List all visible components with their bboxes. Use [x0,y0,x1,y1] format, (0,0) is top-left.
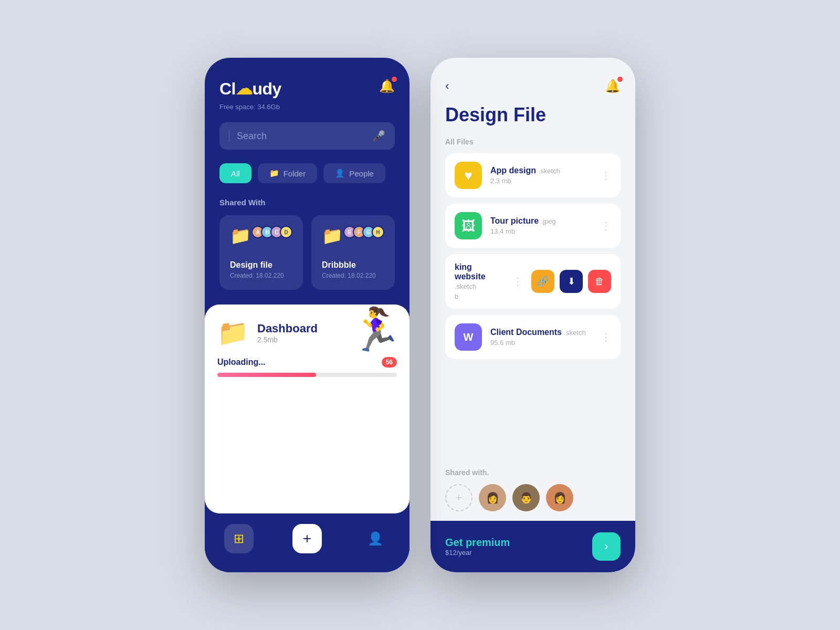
avatar-group-design: A B C D [255,226,292,238]
file-item-app-design[interactable]: ♥ App design .sketch 2.3 mb ⋮ [445,153,621,197]
notification-bell[interactable]: 🔔 [379,79,395,93]
avatar-group-dribbble: E F G H [346,226,384,238]
progress-bar-fill [217,373,316,377]
search-input[interactable] [237,131,372,142]
add-icon: + [303,530,311,547]
shared-card-design[interactable]: 📁 A B C D Design file Created: 18.02.220 [219,215,303,290]
file-more-client-docs[interactable]: ⋮ [601,331,611,343]
logo-o: ☁ [236,79,253,98]
notification-bell-2[interactable]: 🔔 [605,79,621,93]
phone2-top: ‹ 🔔 Design File All Files [430,58,635,153]
nav-home-button[interactable]: ⊞ [224,524,254,553]
shared-section: Shared with. + 👩 👨 👩 [430,468,635,511]
premium-bar: Get premium $12/year › [430,521,635,572]
file-size-client-docs: 95.6 mb [490,339,592,346]
phone-1: Cl☁udy 🔔 Free space: 34.6Gb 🎤 All 📁 Fold… [205,58,410,572]
shared-cards: 📁 A B C D Design file Created: 18.02.220… [219,215,395,290]
nav-add-button[interactable]: + [292,524,322,553]
file-item-booking[interactable]: king website .sketch b ⋮ 🔗 ⬇ 🗑 [445,254,621,309]
upload-name: Dashboard [257,322,318,335]
file-name-booking: king website .sketch [455,262,486,290]
file-size-tour-picture: 13.4 mb [490,227,592,235]
tab-all-label: All [231,169,240,178]
upload-folder-icon: 📁 [217,318,249,348]
nav-profile-button[interactable]: 👤 [361,524,390,553]
file-item-tour-picture[interactable]: 🖼 Tour picture .jpeg 13.4 mb ⋮ [445,204,621,248]
shared-with-title: Shared With [219,198,395,207]
search-bar[interactable]: 🎤 [219,122,395,150]
folder-icon-dribbble: 📁 [322,226,343,246]
phone-2: ‹ 🔔 Design File All Files ♥ App design .… [430,58,635,572]
upload-info: Dashboard 2.5mb [257,322,318,344]
folder-icon: 📁 [269,169,279,178]
shared-avatar-1[interactable]: 👩 [479,484,506,511]
home-grid-icon: ⊞ [234,531,244,546]
uploading-text: Uploading... [217,358,266,367]
action-delete-button[interactable]: 🗑 [588,270,611,293]
file-ext-booking: .sketch [455,282,476,290]
file-info-tour-picture: Tour picture .jpeg 13.4 mb [490,216,592,235]
tab-people-label: People [349,169,374,178]
shared-with-label: Shared with. [445,468,621,477]
people-icon: 👤 [335,169,345,178]
premium-text: Get premium $12/year [445,537,510,556]
file-size-booking: b [455,292,504,300]
shared-card-dribbble[interactable]: 📁 E F G H Dribbble Created: 18.02.220 [311,215,395,290]
card-date-dribbble: Created: 18.02.220 [322,272,384,279]
file-ext-app-design: .sketch [539,167,560,175]
shared-avatar-2[interactable]: 👨 [512,484,540,511]
file-icon-app-design: ♥ [455,162,482,189]
search-divider [229,130,229,142]
all-files-label: All Files [445,138,621,146]
profile-icon: 👤 [368,531,383,546]
upload-size: 2.5mb [257,335,318,344]
file-actions-booking: 🔗 ⬇ 🗑 [531,270,611,293]
bottom-nav: ⊞ + 👤 [205,513,410,572]
action-download-button[interactable]: ⬇ [560,270,583,293]
upload-card: 📁 Dashboard 2.5mb 🏃‍♀️ Uploading... 56 [205,304,410,513]
tab-folder-label: Folder [284,169,306,178]
card-name-dribbble: Dribbble [322,260,384,270]
premium-price: $12/year [445,549,510,556]
file-item-client-docs[interactable]: W Client Documents .sketch 95.6 mb ⋮ [445,315,621,359]
filter-tabs: All 📁 Folder 👤 People [219,163,395,183]
add-person-button[interactable]: + [445,484,472,511]
tab-people[interactable]: 👤 People [323,163,385,183]
card-date-design: Created: 18.02.220 [230,272,292,279]
avatar-d4: H [372,226,384,238]
notification-dot-2 [617,77,623,82]
file-icon-tour-picture: 🖼 [455,212,482,239]
upload-status-row: Uploading... 56 [217,357,397,368]
file-list: ♥ App design .sketch 2.3 mb ⋮ 🖼 Tour pic… [430,153,635,458]
tab-all[interactable]: All [219,163,251,183]
back-button[interactable]: ‹ [445,79,449,93]
folder-icon-design: 📁 [230,226,251,246]
file-name-app-design: App design .sketch [490,166,560,175]
file-more-booking[interactable]: ⋮ [512,275,523,288]
file-more-tour-picture[interactable]: ⋮ [601,219,611,232]
upload-badge: 56 [382,357,397,368]
file-ext-tour-picture: .jpeg [541,217,556,225]
action-link-button[interactable]: 🔗 [531,270,554,293]
runner-illustration: 🏃‍♀️ [350,309,402,351]
shared-avatars: + 👩 👨 👩 [445,484,621,511]
get-premium-label: Get premium [445,537,510,549]
card-name-design: Design file [230,260,292,270]
file-more-app-design[interactable]: ⋮ [601,169,611,182]
card-header-dribbble: 📁 E F G H [322,226,384,246]
app-logo: Cl☁udy [219,79,281,99]
premium-arrow-button[interactable]: › [592,532,621,561]
file-ext-client-docs: .sketch [564,329,585,337]
avatar-4: D [280,226,292,238]
file-icon-client-docs: W [455,323,482,351]
phone1-header: Cl☁udy 🔔 [219,79,395,99]
microphone-icon[interactable]: 🎤 [372,130,385,142]
shared-avatar-3[interactable]: 👩 [546,484,573,511]
tab-folder[interactable]: 📁 Folder [258,163,318,183]
file-name-client-docs: Client Documents .sketch [490,328,586,337]
file-size-app-design: 2.3 mb [490,177,592,185]
progress-bar-bg [217,373,397,377]
file-info-client-docs: Client Documents .sketch 95.6 mb [490,328,592,346]
file-info-app-design: App design .sketch 2.3 mb [490,166,592,185]
free-space-label: Free space: 34.6Gb [219,103,395,111]
